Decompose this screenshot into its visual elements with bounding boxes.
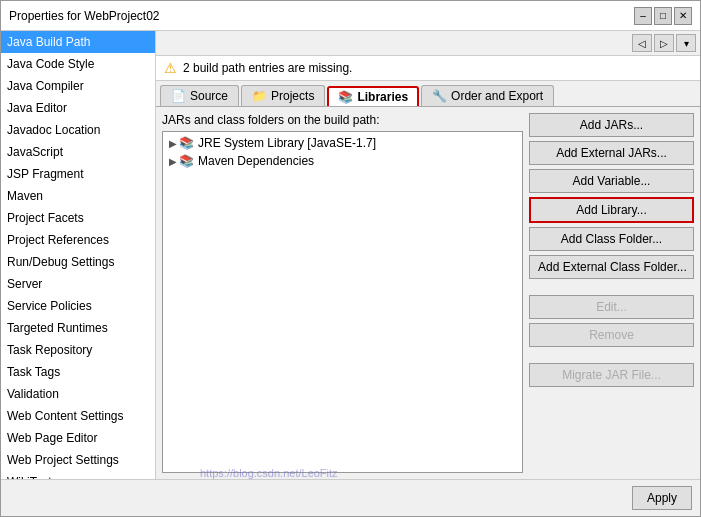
tab-bar: 📄Source📁Projects📚Libraries🔧Order and Exp… xyxy=(156,81,700,107)
sidebar-item-taskrepository[interactable]: Task Repository xyxy=(1,339,155,361)
add-library-button[interactable]: Add Library... xyxy=(529,197,694,223)
library-item-1[interactable]: ▶📚Maven Dependencies xyxy=(165,152,520,170)
sidebar-item-webpageeditor[interactable]: Web Page Editor xyxy=(1,427,155,449)
sidebar-item-webprojectsettings[interactable]: Web Project Settings xyxy=(1,449,155,471)
tab-icon-source: 📄 xyxy=(171,89,186,103)
sidebar-item-server[interactable]: Server xyxy=(1,273,155,295)
minimize-button[interactable]: – xyxy=(634,7,652,25)
sidebar-item-maven[interactable]: Maven xyxy=(1,185,155,207)
sidebar-item-projectfacets[interactable]: Project Facets xyxy=(1,207,155,229)
title-buttons: – □ ✕ xyxy=(634,7,692,25)
sidebar-item-validation[interactable]: Validation xyxy=(1,383,155,405)
add-jars-button[interactable]: Add JARs... xyxy=(529,113,694,137)
library-arrow-1: ▶ xyxy=(169,156,177,167)
add-variable-button[interactable]: Add Variable... xyxy=(529,169,694,193)
nav-back-button[interactable]: ◁ xyxy=(632,34,652,52)
sidebar-item-tasktags[interactable]: Task Tags xyxy=(1,361,155,383)
warning-icon: ⚠ xyxy=(164,60,177,76)
sidebar-item-jspfragment[interactable]: JSP Fragment xyxy=(1,163,155,185)
tab-icon-order and export: 🔧 xyxy=(432,89,447,103)
spacer2 xyxy=(529,351,694,359)
sidebar-item-javaeditor[interactable]: Java Editor xyxy=(1,97,155,119)
sidebar-item-run/debugsettings[interactable]: Run/Debug Settings xyxy=(1,251,155,273)
spacer1 xyxy=(529,283,694,291)
sidebar-item-projectreferences[interactable]: Project References xyxy=(1,229,155,251)
library-list[interactable]: ▶📚JRE System Library [JavaSE-1.7]▶📚Maven… xyxy=(162,131,523,473)
window-title: Properties for WebProject02 xyxy=(9,9,160,23)
bottom-bar: Apply xyxy=(1,479,700,516)
nav-arrows-bar: ◁ ▷ ▾ xyxy=(156,31,700,56)
sidebar-item-javacodestyle[interactable]: Java Code Style xyxy=(1,53,155,75)
sidebar-item-targetedruntimes[interactable]: Targeted Runtimes xyxy=(1,317,155,339)
warning-text: 2 build path entries are missing. xyxy=(183,61,352,75)
library-item-0[interactable]: ▶📚JRE System Library [JavaSE-1.7] xyxy=(165,134,520,152)
sidebar-item-javadoclocation[interactable]: Javadoc Location xyxy=(1,119,155,141)
tab-projects[interactable]: 📁Projects xyxy=(241,85,325,106)
sidebar-item-javascript[interactable]: JavaScript xyxy=(1,141,155,163)
sidebar-item-javacompiler[interactable]: Java Compiler xyxy=(1,75,155,97)
warning-bar: ⚠ 2 build path entries are missing. xyxy=(156,56,700,81)
title-bar: Properties for WebProject02 – □ ✕ xyxy=(1,1,700,31)
add-class-folder-button[interactable]: Add Class Folder... xyxy=(529,227,694,251)
library-label-0: JRE System Library [JavaSE-1.7] xyxy=(198,136,376,150)
tab-order-and-export[interactable]: 🔧Order and Export xyxy=(421,85,554,106)
library-label-1: Maven Dependencies xyxy=(198,154,314,168)
sidebar-item-servicepolicies[interactable]: Service Policies xyxy=(1,295,155,317)
panel-right: Add JARs... Add External JARs... Add Var… xyxy=(529,113,694,473)
library-icon-0: 📚 xyxy=(179,136,194,150)
tab-label-order and export: Order and Export xyxy=(451,89,543,103)
add-external-jars-button[interactable]: Add External JARs... xyxy=(529,141,694,165)
sidebar-item-javabuildpath[interactable]: Java Build Path xyxy=(1,31,155,53)
edit-button[interactable]: Edit... xyxy=(529,295,694,319)
library-arrow-0: ▶ xyxy=(169,138,177,149)
sidebar-item-webcontentsettings[interactable]: Web Content Settings xyxy=(1,405,155,427)
maximize-button[interactable]: □ xyxy=(654,7,672,25)
sidebar-item-wikitext[interactable]: WikiText xyxy=(1,471,155,479)
tab-icon-projects: 📁 xyxy=(252,89,267,103)
panel-left: JARs and class folders on the build path… xyxy=(162,113,523,473)
library-icon-1: 📚 xyxy=(179,154,194,168)
tab-libraries[interactable]: 📚Libraries xyxy=(327,86,419,106)
nav-dropdown-button[interactable]: ▾ xyxy=(676,34,696,52)
migrate-jar-button[interactable]: Migrate JAR File... xyxy=(529,363,694,387)
remove-button[interactable]: Remove xyxy=(529,323,694,347)
tab-source[interactable]: 📄Source xyxy=(160,85,239,106)
panel-description: JARs and class folders on the build path… xyxy=(162,113,523,127)
tab-label-source: Source xyxy=(190,89,228,103)
main-panel: ◁ ▷ ▾ ⚠ 2 build path entries are missing… xyxy=(156,31,700,479)
content-area: Java Build PathJava Code StyleJava Compi… xyxy=(1,31,700,479)
panel-body: JARs and class folders on the build path… xyxy=(156,107,700,479)
tab-label-libraries: Libraries xyxy=(357,90,408,104)
apply-button[interactable]: Apply xyxy=(632,486,692,510)
tab-label-projects: Projects xyxy=(271,89,314,103)
nav-forward-button[interactable]: ▷ xyxy=(654,34,674,52)
main-window: Properties for WebProject02 – □ ✕ Java B… xyxy=(0,0,701,517)
tab-icon-libraries: 📚 xyxy=(338,90,353,104)
close-button[interactable]: ✕ xyxy=(674,7,692,25)
sidebar: Java Build PathJava Code StyleJava Compi… xyxy=(1,31,156,479)
add-external-class-folder-button[interactable]: Add External Class Folder... xyxy=(529,255,694,279)
